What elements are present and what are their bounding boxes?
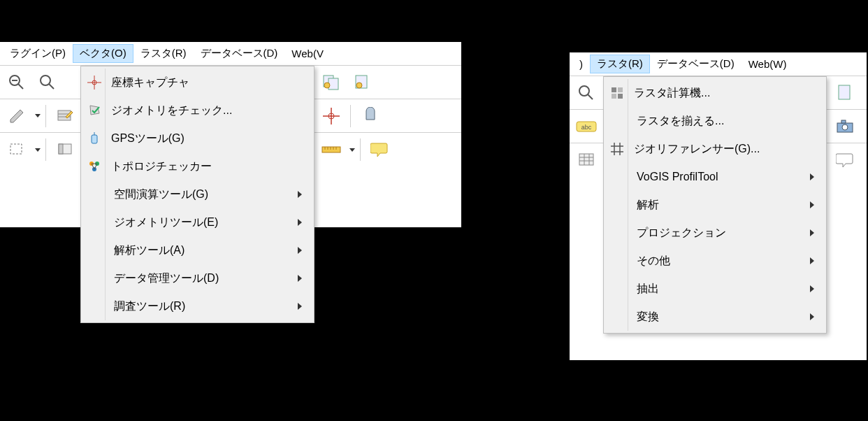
svg-line-38	[588, 94, 593, 99]
submenu-arrow-icon	[810, 229, 814, 236]
menu-label: その他	[637, 254, 810, 269]
conversion[interactable]: 変換	[630, 303, 824, 331]
geom-check-icon	[85, 101, 104, 120]
svg-rect-52	[612, 94, 616, 99]
submenu-arrow-icon	[298, 275, 302, 282]
menu-plugins[interactable]: ラグイン(P)	[3, 44, 73, 63]
unknown-tool-button[interactable]	[356, 102, 384, 130]
toolbar-right-of-menu	[314, 66, 396, 166]
select-rect-button[interactable]	[3, 136, 31, 164]
menu-label: 座標キャプチャ	[111, 76, 305, 90]
toolbar-sep	[350, 105, 351, 127]
submenu-arrow-icon	[298, 219, 302, 226]
menu-raster[interactable]: ラスタ(R)	[590, 55, 650, 73]
topology-icon	[85, 157, 104, 176]
gps-icon	[85, 129, 104, 148]
svg-marker-28	[90, 106, 99, 115]
research-tools[interactable]: 調査ツール(R)	[107, 292, 312, 320]
menu-label: ラスタ計算機...	[634, 86, 817, 101]
maptip-button[interactable]	[366, 136, 393, 164]
zoom-prev-button[interactable]	[34, 69, 62, 97]
table-edit-button[interactable]	[51, 102, 79, 130]
edit-toggle-button[interactable]	[3, 102, 31, 130]
menu-raster[interactable]: ラスタ(R)	[133, 44, 194, 63]
menubar-left: ラグイン(P) ベクタ(O) ラスタ(R) データベース(D) Web(V	[0, 42, 461, 66]
menu-vector[interactable]: ベクタ(O)	[73, 44, 133, 63]
menu-label: 調査ツール(R)	[114, 299, 298, 314]
svg-text:abc: abc	[581, 124, 592, 131]
svg-point-37	[579, 86, 589, 96]
analysis-tools[interactable]: 解析ツール(A)	[107, 236, 312, 264]
submenu-arrow-icon	[810, 201, 814, 208]
left-window: ラグイン(P) ベクタ(O) ラスタ(R) データベース(D) Web(V	[0, 42, 461, 227]
topology-checker[interactable]: トポロジチェッカー	[107, 152, 312, 180]
menu-label: プロジェクション	[637, 226, 810, 241]
gps-tools[interactable]: GPSツール(G)	[107, 124, 312, 152]
manage-layers-2-button[interactable]	[348, 69, 376, 97]
menu-database[interactable]: データベース(D)	[194, 44, 285, 63]
submenu-arrow-icon	[810, 257, 814, 264]
doc-button[interactable]	[831, 79, 859, 107]
geometry-tools[interactable]: ジオメトリツール(E)	[107, 208, 312, 236]
menu-label: 解析	[637, 198, 810, 213]
target-button[interactable]	[317, 102, 345, 130]
submenu-arrow-icon	[810, 285, 814, 292]
menu-web[interactable]: Web(V	[284, 45, 331, 62]
zoom-last-button[interactable]	[572, 79, 600, 107]
abc-label-button[interactable]: abc	[572, 113, 600, 141]
menu-database[interactable]: データベース(D)	[650, 55, 742, 73]
manage-layers-button[interactable]	[317, 69, 345, 97]
miscellaneous[interactable]: その他	[630, 247, 824, 275]
grid-panel-button[interactable]	[572, 146, 600, 174]
raster-calc-icon	[607, 83, 627, 103]
geometry-checker[interactable]: ジオメトリをチェック...	[107, 97, 312, 124]
align-rasters[interactable]: ラスタを揃える...	[630, 107, 824, 135]
submenu-arrow-icon	[810, 173, 814, 180]
measure-line-button[interactable]	[317, 136, 345, 164]
dropdown-arrow-icon	[349, 148, 355, 152]
toolbar-sep	[45, 105, 46, 127]
menu-label: 空間演算ツール(G)	[114, 187, 298, 202]
menu-label: GPSツール(G)	[111, 131, 305, 146]
toolbar-sep	[360, 138, 361, 161]
extraction[interactable]: 抽出	[630, 275, 824, 303]
menu-icon-column	[606, 79, 628, 331]
title-fragment: ツ	[182, 14, 245, 42]
dropdown-arrow-icon	[35, 114, 41, 117]
svg-rect-41	[579, 154, 593, 165]
menu-label: 変換	[637, 310, 810, 324]
menu-label: VoGIS ProfilTool	[637, 171, 810, 183]
camera-button[interactable]	[831, 113, 859, 141]
menu-label: ジオリファレンサー(G)...	[634, 142, 817, 157]
menu-prev-fragment[interactable]: )	[572, 55, 590, 73]
right-window: ) ラスタ(R) データベース(D) Web(W) abc	[570, 52, 867, 360]
dropdown-arrow-icon	[35, 148, 41, 152]
georeferencer[interactable]: ジオリファレンサー(G)...	[630, 135, 824, 163]
analysis[interactable]: 解析	[630, 191, 824, 219]
projections[interactable]: プロジェクション	[630, 219, 824, 247]
svg-rect-53	[618, 94, 623, 99]
coordinate-capture[interactable]: 座標キャプチャ	[107, 69, 312, 97]
svg-point-15	[356, 83, 362, 88]
svg-rect-51	[618, 87, 623, 92]
vogis-profiltool[interactable]: VoGIS ProfilTool	[630, 163, 824, 191]
svg-line-4	[49, 84, 54, 89]
svg-point-13	[324, 83, 330, 88]
svg-line-1	[18, 84, 23, 89]
svg-rect-49	[841, 120, 846, 123]
geoprocessing-tools[interactable]: 空間演算ツール(G)	[107, 180, 312, 208]
menu-label: ジオメトリをチェック...	[111, 104, 305, 118]
toolbar-sep	[45, 138, 46, 161]
menubar-right: ) ラスタ(R) データベース(D) Web(W)	[570, 52, 867, 76]
menu-web[interactable]: Web(W)	[742, 55, 794, 73]
svg-rect-29	[92, 135, 97, 143]
raster-calculator[interactable]: ラスタ計算機...	[630, 79, 824, 107]
maptip-button-2[interactable]	[831, 146, 859, 174]
svg-point-48	[842, 124, 848, 130]
svg-rect-50	[612, 87, 616, 92]
data-management-tools[interactable]: データ管理ツール(D)	[107, 264, 312, 292]
zoom-out-button[interactable]	[3, 69, 31, 97]
panel-button[interactable]	[51, 136, 79, 164]
submenu-arrow-icon	[810, 313, 814, 320]
svg-rect-8	[10, 144, 22, 154]
